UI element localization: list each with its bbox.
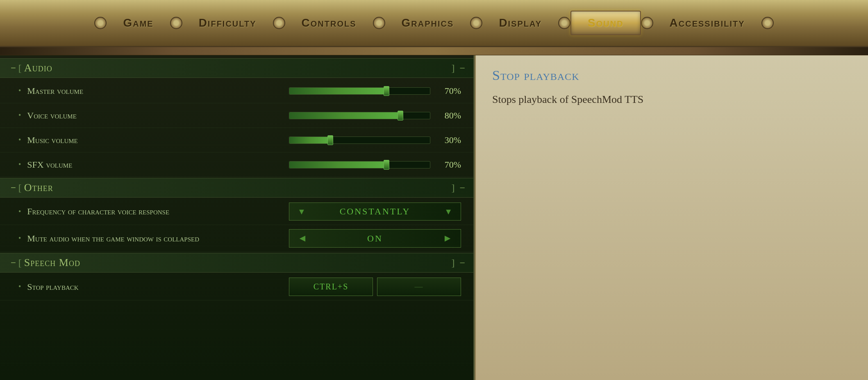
bullet-sfx: • bbox=[18, 160, 21, 169]
nav-tabs-container: Game Difficulty Controls Graphics Displa… bbox=[4, 11, 864, 35]
audio-bracket-right: ] − bbox=[451, 63, 465, 74]
settings-panel: − [ Audio ] − • Master volume 70% bbox=[0, 55, 475, 380]
toggle-arrow-left-icon[interactable]: ◄ bbox=[298, 233, 307, 244]
other-section-header: − [ Other ] − bbox=[0, 178, 473, 198]
tab-accessibility[interactable]: Accessibility bbox=[653, 11, 761, 34]
stop-playback-secondary-key[interactable]: — bbox=[377, 278, 461, 296]
voice-frequency-dropdown[interactable]: ▼ CONSTANTLY ▼ bbox=[289, 203, 461, 221]
info-title: Stop playback bbox=[492, 68, 852, 83]
speechmod-section-header: − [ Speech Mod ] − bbox=[0, 253, 473, 273]
tab-display[interactable]: Display bbox=[482, 11, 558, 34]
info-panel: Stop playback Stops playback of SpeechMo… bbox=[475, 55, 868, 380]
other-bracket-right: ] − bbox=[451, 182, 465, 193]
tab-sound[interactable]: Sound bbox=[570, 11, 641, 35]
music-volume-handle[interactable] bbox=[327, 135, 333, 145]
tab-game[interactable]: Game bbox=[107, 11, 170, 34]
sfx-volume-slider-container: 70% bbox=[289, 159, 461, 170]
other-section-title: Other bbox=[24, 182, 53, 194]
sfx-volume-label: SFX volume bbox=[27, 159, 289, 170]
sfx-volume-handle[interactable] bbox=[384, 160, 389, 170]
other-collapse-button[interactable]: − bbox=[8, 182, 18, 193]
audio-section-title: Audio bbox=[24, 62, 52, 74]
bullet-voice-freq: • bbox=[18, 207, 21, 216]
voice-volume-label: Voice volume bbox=[27, 110, 289, 121]
sfx-volume-fill bbox=[289, 162, 388, 168]
top-navigation: Game Difficulty Controls Graphics Displa… bbox=[0, 0, 868, 47]
speechmod-collapse-button[interactable]: − bbox=[8, 257, 18, 268]
voice-frequency-value: CONSTANTLY bbox=[310, 206, 440, 217]
dropdown-arrow-right-icon: ▼ bbox=[444, 207, 452, 216]
nav-separator-4 bbox=[470, 17, 482, 29]
nav-separator-6 bbox=[641, 17, 653, 29]
music-volume-row: • Music volume 30% bbox=[0, 128, 473, 152]
master-volume-handle[interactable] bbox=[384, 86, 389, 96]
dropdown-arrow-left-icon: ▼ bbox=[298, 207, 306, 216]
audio-section-header: − [ Audio ] − bbox=[0, 58, 473, 78]
voice-volume-handle[interactable] bbox=[398, 111, 403, 121]
audio-bracket-left: [ bbox=[18, 63, 22, 74]
stop-playback-primary-key[interactable]: CTRL+S bbox=[289, 278, 373, 296]
voice-volume-value: 80% bbox=[436, 110, 461, 121]
sfx-volume-row: • SFX volume 70% bbox=[0, 152, 473, 177]
nav-separator-2 bbox=[273, 17, 285, 29]
speechmod-section-title: Speech Mod bbox=[24, 257, 80, 269]
audio-collapse-button[interactable]: − bbox=[8, 63, 18, 73]
bullet-music: • bbox=[18, 136, 21, 144]
master-volume-track[interactable] bbox=[289, 87, 430, 95]
stop-playback-keybind-container: CTRL+S — bbox=[289, 278, 461, 296]
master-volume-slider-container: 70% bbox=[289, 86, 461, 96]
bullet-stop: • bbox=[18, 282, 21, 291]
toggle-arrow-right-icon[interactable]: ► bbox=[443, 233, 452, 244]
voice-frequency-row: • Frequency of character voice response … bbox=[0, 198, 473, 225]
bullet-master: • bbox=[18, 86, 21, 95]
music-volume-track[interactable] bbox=[289, 137, 430, 144]
voice-frequency-label: Frequency of character voice response bbox=[27, 206, 289, 217]
speechmod-bracket-right: ] − bbox=[451, 257, 465, 269]
mute-collapsed-toggle[interactable]: ◄ ON ► bbox=[289, 229, 461, 248]
music-volume-label: Music volume bbox=[27, 135, 289, 146]
bullet-mute: • bbox=[18, 234, 21, 243]
nav-separator-5 bbox=[558, 17, 570, 29]
voice-volume-fill bbox=[289, 112, 402, 119]
nav-separator-1 bbox=[170, 17, 182, 29]
bullet-voice: • bbox=[18, 111, 21, 120]
music-volume-slider-container: 30% bbox=[289, 135, 461, 146]
mute-collapsed-value: ON bbox=[307, 233, 443, 244]
sfx-volume-value: 70% bbox=[436, 159, 461, 170]
stop-playback-label: Stop playback bbox=[27, 282, 289, 292]
master-volume-fill bbox=[289, 88, 388, 94]
tab-controls[interactable]: Controls bbox=[285, 11, 373, 34]
mute-collapsed-row: • Mute audio when the game window is col… bbox=[0, 225, 473, 252]
main-content: − [ Audio ] − • Master volume 70% bbox=[0, 55, 868, 380]
other-bracket-left: [ bbox=[18, 182, 22, 193]
master-volume-label: Master volume bbox=[27, 86, 289, 96]
voice-volume-row: • Voice volume 80% bbox=[0, 103, 473, 128]
voice-volume-slider-container: 80% bbox=[289, 110, 461, 121]
tab-difficulty[interactable]: Difficulty bbox=[182, 11, 273, 34]
sfx-volume-track[interactable] bbox=[289, 161, 430, 168]
nav-separator-3 bbox=[373, 17, 385, 29]
music-volume-value: 30% bbox=[436, 135, 461, 146]
music-volume-fill bbox=[289, 137, 332, 143]
nav-separator-7 bbox=[761, 17, 774, 29]
voice-volume-track[interactable] bbox=[289, 112, 430, 119]
deco-border bbox=[0, 47, 868, 55]
master-volume-value: 70% bbox=[436, 86, 461, 96]
nav-separator-0 bbox=[94, 17, 107, 29]
master-volume-row: • Master volume 70% bbox=[0, 79, 473, 103]
mute-collapsed-label: Mute audio when the game window is colla… bbox=[27, 233, 289, 244]
info-description: Stops playback of SpeechMod TTS bbox=[492, 91, 852, 107]
stop-playback-row: • Stop playback CTRL+S — bbox=[0, 273, 473, 300]
tab-graphics[interactable]: Graphics bbox=[385, 11, 470, 34]
speechmod-bracket-left: [ bbox=[18, 257, 22, 269]
